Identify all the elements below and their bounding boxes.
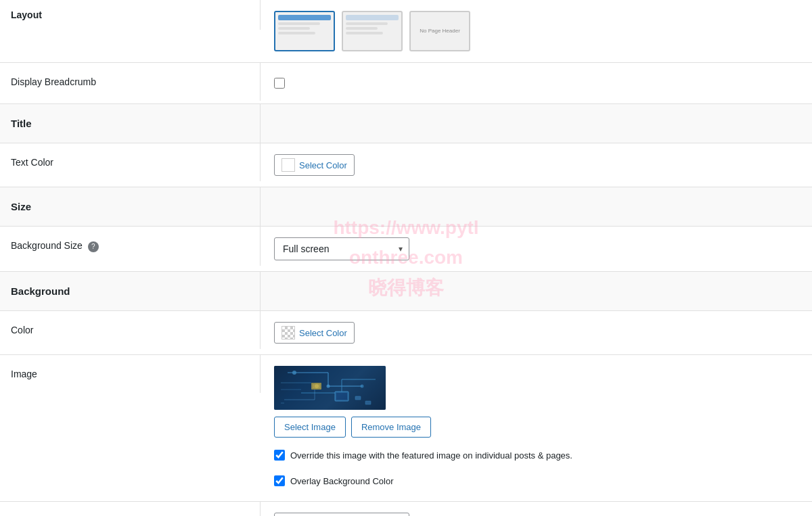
bg-size-content: Full screen Cover Contain Auto ▾ <box>261 227 812 271</box>
bg-size-row: Background Size ? Full screen Cover Cont… <box>0 227 812 272</box>
breadcrumb-checkbox[interactable] <box>274 78 285 89</box>
bg-size-text: Background Size <box>11 240 83 251</box>
layout-3-label: No Page Header <box>420 28 460 34</box>
parallax-content: Desktop + Mobile Desktop Only Mobile Onl… <box>261 502 812 516</box>
svg-point-13 <box>361 385 364 388</box>
layout-1-line3 <box>278 32 315 34</box>
size-section-label: Size <box>0 187 261 226</box>
remove-image-label: Remove Image <box>361 422 421 432</box>
parallax-label: Parallax <box>0 502 261 516</box>
svg-rect-15 <box>336 393 347 400</box>
size-section-content <box>261 187 812 209</box>
title-section-label: Title <box>0 104 261 143</box>
svg-point-11 <box>292 371 296 375</box>
svg-rect-17 <box>365 401 371 404</box>
bg-size-help-icon[interactable]: ? <box>88 241 99 252</box>
layout-2-header <box>346 15 399 20</box>
bg-image-row: Image <box>0 355 812 502</box>
parallax-select-wrapper: Desktop + Mobile Desktop Only Mobile Onl… <box>274 513 409 516</box>
text-color-btn-label: Select Color <box>299 160 347 170</box>
bg-color-row: Color Select Color <box>0 311 812 355</box>
text-color-swatch <box>281 158 295 172</box>
override-checkbox[interactable] <box>274 450 285 461</box>
bg-size-select-wrapper: Full screen Cover Contain Auto ▾ <box>274 237 409 260</box>
overlay-checkbox-wrapper: Overlay Background Color <box>274 471 798 490</box>
bg-color-button[interactable]: Select Color <box>274 322 355 344</box>
text-color-row: Text Color Select Color <box>0 143 812 187</box>
layout-1-header <box>278 15 331 20</box>
bg-color-swatch <box>281 326 295 339</box>
image-buttons: Select Image Remove Image <box>274 417 798 438</box>
breadcrumb-row: Display Breadcrumb <box>0 63 812 104</box>
bg-color-content: Select Color <box>261 311 812 354</box>
size-label: Size <box>11 201 31 212</box>
breadcrumb-content <box>261 63 812 103</box>
layout-option-3[interactable]: No Page Header <box>409 11 470 51</box>
bg-size-label: Background Size ? <box>0 227 261 266</box>
layout-row: Layout No Page Hea <box>0 0 812 63</box>
bg-image-label: Image <box>0 355 261 393</box>
bg-size-select[interactable]: Full screen Cover Contain Auto <box>274 237 409 260</box>
layout-label: Layout <box>0 0 261 30</box>
title-section-row: Title <box>0 104 812 143</box>
bg-label: Background <box>11 285 70 297</box>
bg-section-row: Background <box>0 272 812 311</box>
layout-2-line3 <box>346 32 383 34</box>
layout-option-2[interactable] <box>342 11 403 51</box>
layout-2-line1 <box>346 22 388 25</box>
layout-options: No Page Header <box>274 11 798 51</box>
bg-section-content <box>261 272 812 294</box>
bg-color-label: Color <box>0 311 261 349</box>
svg-point-12 <box>327 385 330 388</box>
override-checkbox-wrapper: Override this image with the featured im… <box>274 446 798 465</box>
parallax-select[interactable]: Desktop + Mobile Desktop Only Mobile Onl… <box>274 513 409 516</box>
overlay-checkbox[interactable] <box>274 475 285 486</box>
size-section-row: Size <box>0 187 812 227</box>
layout-1-line2 <box>278 27 310 30</box>
bg-color-btn-label: Select Color <box>299 328 347 338</box>
breadcrumb-checkbox-wrapper <box>274 74 798 93</box>
text-color-label: Text Color <box>0 143 261 181</box>
remove-image-button[interactable]: Remove Image <box>351 417 431 438</box>
svg-point-19 <box>315 384 319 388</box>
text-color-content: Select Color <box>261 143 812 187</box>
bg-image-content: Select Image Remove Image Override this … <box>261 355 812 501</box>
layout-content: No Page Header <box>261 0 812 62</box>
layout-1-line1 <box>278 22 320 25</box>
parallax-row: Parallax Desktop + Mobile Desktop Only M… <box>0 502 812 516</box>
select-image-label: Select Image <box>284 422 336 432</box>
overlay-label: Overlay Background Color <box>290 476 393 486</box>
select-image-button[interactable]: Select Image <box>274 417 346 438</box>
override-label: Override this image with the featured im… <box>290 450 572 461</box>
breadcrumb-label: Display Breadcrumb <box>0 63 261 101</box>
layout-option-1[interactable] <box>274 11 335 51</box>
bg-section-label: Background <box>0 272 261 310</box>
layout-2-line2 <box>346 27 378 30</box>
title-section-content <box>261 104 812 126</box>
bg-image-preview <box>274 366 386 410</box>
svg-rect-16 <box>355 396 361 400</box>
text-color-button[interactable]: Select Color <box>274 154 355 176</box>
circuit-svg <box>274 366 386 410</box>
title-label: Title <box>11 118 32 129</box>
